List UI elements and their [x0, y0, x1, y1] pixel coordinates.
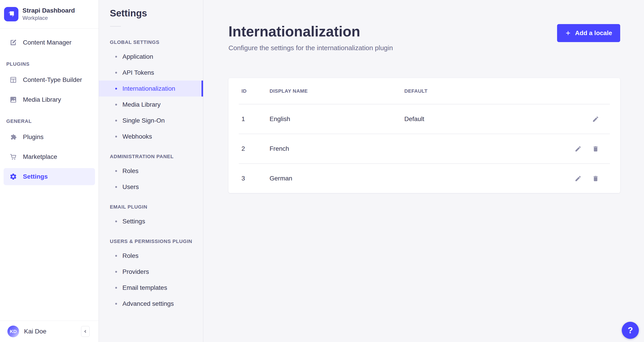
help-button[interactable]: ?	[622, 322, 639, 339]
subnav-item-email-settings[interactable]: Settings	[99, 213, 203, 229]
settings-subnav: Settings GLOBAL SETTINGS Application API…	[99, 0, 203, 342]
cell-id: 2	[242, 145, 270, 152]
subnav-item-admin-roles[interactable]: Roles	[99, 163, 203, 179]
cart-icon	[10, 153, 17, 161]
sidebar-section-plugins: PLUGINS	[6, 61, 98, 67]
strapi-logo-icon	[4, 7, 18, 21]
subnav-item-up-roles[interactable]: Roles	[99, 248, 203, 264]
add-locale-label: Add a locale	[575, 30, 612, 37]
collapse-sidebar-button[interactable]	[81, 326, 90, 337]
subnav-item-label: Advanced settings	[122, 300, 174, 307]
subnav-item-up-email-templates[interactable]: Email templates	[99, 280, 203, 296]
sidebar-item-label: Media Library	[23, 96, 61, 103]
row-actions	[574, 174, 610, 183]
add-locale-button[interactable]: Add a locale	[557, 24, 620, 42]
bullet-icon	[115, 271, 117, 273]
bullet-icon	[115, 56, 117, 58]
cell-display-name: French	[270, 145, 404, 152]
row-actions	[574, 144, 610, 153]
table-row-french[interactable]: 2 French	[239, 134, 610, 163]
bullet-icon	[115, 255, 117, 257]
bullet-icon	[115, 104, 117, 105]
subnav-item-label: Internationalization	[122, 85, 175, 92]
edit-locale-button[interactable]	[574, 144, 582, 153]
subnav-section-global-settings: GLOBAL SETTINGS	[110, 39, 203, 46]
cell-display-name: German	[270, 175, 404, 182]
column-header-id: ID	[242, 88, 270, 94]
cell-default: Default	[404, 115, 591, 123]
picture-icon	[10, 96, 17, 103]
edit-locale-button[interactable]	[591, 114, 600, 123]
subnav-section-administration-panel: ADMINISTRATION PANEL	[110, 153, 203, 160]
sidebar-item-plugins[interactable]: Plugins	[4, 128, 95, 145]
subnav-item-internationalization[interactable]: Internationalization	[99, 81, 203, 97]
puzzle-icon	[10, 133, 17, 141]
pencil-icon	[574, 175, 582, 182]
row-actions	[591, 114, 610, 123]
subnav-item-label: Email templates	[122, 284, 167, 291]
subnav-item-webhooks[interactable]: Webhooks	[99, 128, 203, 144]
trash-icon	[592, 175, 599, 182]
main-sidebar: Strapi Dashboard Workplace Content Manag…	[0, 0, 99, 342]
bullet-icon	[115, 186, 117, 188]
subnav-item-admin-users[interactable]: Users	[99, 179, 203, 195]
subnav-item-label: Roles	[122, 252, 138, 259]
page-title: Internationalization	[228, 24, 360, 39]
subnav-title: Settings	[99, 0, 203, 18]
subnav-item-api-tokens[interactable]: API Tokens	[99, 65, 203, 81]
chevron-left-icon	[83, 329, 88, 333]
bullet-icon	[115, 221, 117, 222]
subnav-item-application[interactable]: Application	[99, 49, 203, 65]
plus-icon	[565, 30, 571, 36]
bullet-icon	[115, 136, 117, 137]
trash-icon	[592, 145, 599, 152]
locales-table: ID DISPLAY NAME DEFAULT 1 English Defaul…	[228, 78, 620, 193]
subnav-item-label: Media Library	[122, 101, 160, 108]
user-name: Kai Doe	[24, 328, 76, 335]
subnav-item-label: Webhooks	[122, 133, 152, 140]
subnav-divider	[110, 26, 121, 27]
subnav-section-email-plugin: EMAIL PLUGIN	[110, 204, 203, 210]
sidebar-item-media-library[interactable]: Media Library	[4, 91, 95, 108]
subnav-item-label: Providers	[122, 268, 149, 275]
sidebar-footer: KD Kai Doe	[0, 321, 98, 342]
sidebar-item-label: Content Manager	[23, 39, 72, 46]
strapi-dashboard-app: Strapi Dashboard Workplace Content Manag…	[0, 0, 644, 342]
subnav-item-label: Single Sign-On	[122, 117, 165, 124]
sidebar-nav: Content Manager PLUGINS Content-Type Bui…	[0, 29, 98, 321]
bullet-icon	[115, 170, 117, 172]
subnav-item-single-sign-on[interactable]: Single Sign-On	[99, 112, 203, 128]
bullet-icon	[115, 287, 117, 289]
table-row-english[interactable]: 1 English Default	[239, 104, 610, 134]
sidebar-item-content-type-builder[interactable]: Content-Type Builder	[4, 71, 95, 88]
subnav-item-up-advanced-settings[interactable]: Advanced settings	[99, 296, 203, 312]
sidebar-item-marketplace[interactable]: Marketplace	[4, 148, 95, 165]
cell-id: 1	[242, 115, 270, 123]
delete-locale-button[interactable]	[591, 174, 600, 183]
sidebar-item-label: Settings	[23, 173, 48, 180]
sidebar-item-settings[interactable]: Settings	[4, 168, 95, 185]
subnav-item-label: Application	[122, 53, 153, 60]
pen-square-icon	[10, 39, 17, 46]
bullet-icon	[115, 120, 117, 121]
delete-locale-button[interactable]	[591, 144, 600, 153]
subnav-section-users-permissions-plugin: USERS & PERMISSIONS PLUGIN	[110, 238, 203, 245]
bullet-icon	[115, 72, 117, 74]
sidebar-item-label: Content-Type Builder	[23, 76, 82, 83]
column-header-default: DEFAULT	[404, 88, 610, 94]
sidebar-item-label: Marketplace	[23, 153, 57, 160]
brand-text: Strapi Dashboard Workplace	[22, 7, 75, 21]
edit-locale-button[interactable]	[574, 174, 582, 183]
pencil-icon	[574, 145, 582, 152]
workspace-brand[interactable]: Strapi Dashboard Workplace	[0, 0, 98, 29]
table-header-row: ID DISPLAY NAME DEFAULT	[239, 78, 610, 104]
brand-subtitle: Workplace	[22, 15, 75, 21]
subnav-item-up-providers[interactable]: Providers	[99, 264, 203, 280]
cell-display-name: English	[270, 115, 404, 123]
avatar[interactable]: KD	[8, 325, 19, 337]
bullet-icon	[115, 88, 117, 90]
sidebar-item-label: Plugins	[23, 133, 44, 141]
table-row-german[interactable]: 3 German	[239, 163, 610, 193]
subnav-item-media-library[interactable]: Media Library	[99, 97, 203, 112]
sidebar-item-content-manager[interactable]: Content Manager	[4, 34, 95, 51]
